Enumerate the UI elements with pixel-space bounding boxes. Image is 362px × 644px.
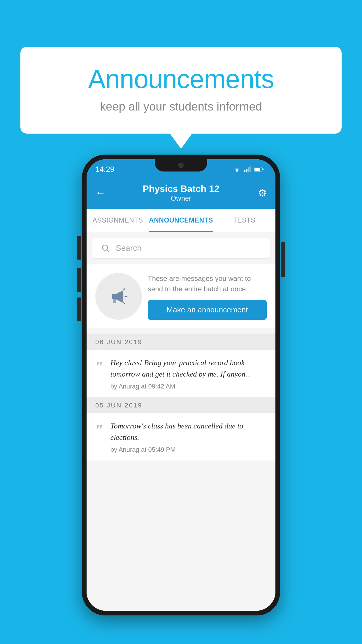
phone-inner: 14:29 xyxy=(87,159,275,611)
svg-rect-1 xyxy=(244,170,245,172)
battery-icon xyxy=(254,167,264,172)
promo-icon-circle xyxy=(95,273,142,320)
app-header: ← Physics Batch 12 Owner ⚙ xyxy=(87,177,275,209)
svg-rect-7 xyxy=(254,168,260,171)
promo-card: These are messages you want to send to t… xyxy=(87,264,275,328)
phone-notch xyxy=(155,159,207,172)
date-separator-1: 06 JUN 2019 xyxy=(87,334,275,350)
wifi-icon xyxy=(233,166,241,172)
front-camera xyxy=(178,163,184,168)
announcement-meta-1: by Anurag at 09:42 AM xyxy=(110,383,267,390)
hero-section: Announcements keep all your students inf… xyxy=(20,47,342,134)
svg-rect-6 xyxy=(262,168,263,170)
speech-bubble: Announcements keep all your students inf… xyxy=(20,47,342,134)
back-button[interactable]: ← xyxy=(95,187,110,199)
announcement-item-2[interactable]: " Tomorrow's class has been cancelled du… xyxy=(87,413,275,461)
promo-right: These are messages you want to send to t… xyxy=(148,273,267,320)
svg-point-0 xyxy=(236,171,238,172)
phone-mockup: 14:29 xyxy=(82,155,280,615)
announcement-item-1[interactable]: " Hey class! Bring your practical record… xyxy=(87,350,275,398)
hero-title: Announcements xyxy=(44,64,318,94)
hero-subtitle: keep all your students informed xyxy=(44,100,318,113)
date-separator-2: 05 JUN 2019 xyxy=(87,398,275,413)
svg-rect-3 xyxy=(248,167,249,172)
svg-line-9 xyxy=(107,250,109,252)
signal-icon xyxy=(244,166,251,172)
status-icons xyxy=(233,166,264,172)
svg-line-10 xyxy=(124,289,125,290)
tabs-container: ASSIGNMENTS ANNOUNCEMENTS TESTS xyxy=(87,209,275,232)
status-time: 14:29 xyxy=(95,165,114,174)
tab-announcements[interactable]: ANNOUNCEMENTS xyxy=(149,209,213,232)
owner-label: Owner xyxy=(110,194,252,202)
megaphone-icon xyxy=(107,285,130,308)
announcement-text-1: Hey class! Bring your practical record b… xyxy=(110,357,267,380)
promo-description: These are messages you want to send to t… xyxy=(148,273,267,294)
announcement-text-block-2: Tomorrow's class has been cancelled due … xyxy=(110,420,267,454)
tab-assignments[interactable]: ASSIGNMENTS xyxy=(87,209,149,232)
svg-rect-13 xyxy=(113,299,116,303)
batch-name: Physics Batch 12 xyxy=(110,183,252,194)
settings-button[interactable]: ⚙ xyxy=(252,187,267,199)
make-announcement-button[interactable]: Make an announcement xyxy=(148,300,267,320)
announcement-text-2: Tomorrow's class has been cancelled due … xyxy=(110,420,267,443)
svg-rect-2 xyxy=(246,169,247,172)
svg-line-12 xyxy=(124,303,125,304)
app-content: ← Physics Batch 12 Owner ⚙ ASSIGNMENTS A… xyxy=(87,177,275,611)
phone-outer: 14:29 xyxy=(82,155,280,615)
search-placeholder: Search xyxy=(116,244,142,253)
search-icon xyxy=(101,244,110,253)
header-title-block: Physics Batch 12 Owner xyxy=(110,183,252,202)
quote-icon-1: " xyxy=(95,359,103,374)
tab-tests[interactable]: TESTS xyxy=(213,209,275,232)
scrollable-content: Search xyxy=(87,232,275,611)
announcement-text-block-1: Hey class! Bring your practical record b… xyxy=(110,357,267,390)
search-bar[interactable]: Search xyxy=(92,238,270,258)
svg-rect-4 xyxy=(250,166,251,172)
announcement-meta-2: by Anurag at 05:49 PM xyxy=(110,446,267,454)
quote-icon-2: " xyxy=(95,423,103,437)
